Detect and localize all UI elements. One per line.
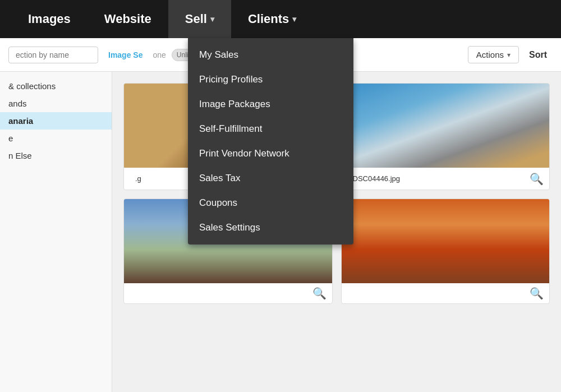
top-navigation: Images Website Sell ▾ Clients ▾ [0, 0, 561, 38]
actions-label: Actions [476, 50, 504, 59]
gallery-label-3 [347, 290, 358, 297]
dropdown-print-vendor-network[interactable]: Print Vendor Network [188, 141, 353, 166]
sidebar-e-label: e [8, 133, 13, 143]
dropdown-self-fulfillment[interactable]: Self-Fulfillment [188, 117, 353, 141]
gallery-label-0: .g [130, 171, 147, 186]
tab-separator: one [153, 50, 165, 59]
sell-dropdown-arrow: ▾ [210, 15, 214, 24]
sell-dropdown-menu: My Sales Pricing Profiles Image Packages… [188, 38, 353, 245]
search-icon-3[interactable]: 🔍 [530, 287, 544, 300]
gallery-image-3 [342, 199, 550, 283]
sidebar-item-collections[interactable]: & collections [0, 77, 112, 95]
clients-dropdown-arrow: ▾ [292, 15, 296, 24]
gallery-label-1: DSC04446.jpg [347, 171, 406, 186]
dropdown-pricing-profiles[interactable]: Pricing Profiles [188, 67, 353, 92]
search-icon-2[interactable]: 🔍 [312, 287, 327, 300]
sidebar-ands-label: ands [8, 99, 27, 108]
actions-arrow-icon: ▾ [507, 51, 511, 59]
actions-button[interactable]: Actions ▾ [468, 46, 519, 63]
sidebar-else-label: n Else [8, 151, 32, 160]
nav-clients-label: Clients [248, 12, 289, 26]
search-input[interactable] [8, 47, 98, 63]
dropdown-image-packages[interactable]: Image Packages [188, 92, 353, 117]
nav-website[interactable]: Website [88, 0, 168, 38]
sidebar-item-anaria[interactable]: anaria [0, 112, 112, 130]
dropdown-sales-tax[interactable]: Sales Tax [188, 166, 353, 191]
nav-images-label: Images [28, 12, 71, 26]
sort-label: Sort [529, 50, 547, 59]
nav-clients[interactable]: Clients ▾ [231, 0, 313, 38]
sidebar: & collections ands anaria e n Else [0, 72, 112, 392]
sidebar-anaria-label: anaria [8, 116, 33, 126]
sort-button[interactable]: Sort [523, 47, 553, 63]
sidebar-item-ands[interactable]: ands [0, 95, 112, 112]
nav-sell[interactable]: Sell ▾ [168, 0, 231, 38]
search-icon-1[interactable]: 🔍 [530, 172, 544, 186]
gallery-image-1 [342, 84, 550, 168]
toolbar-right-actions: Actions ▾ Sort [468, 46, 553, 63]
dropdown-coupons[interactable]: Coupons [188, 191, 353, 215]
sidebar-item-else[interactable]: n Else [0, 147, 112, 164]
image-selection-tab[interactable]: Image Se [104, 48, 147, 62]
dropdown-sales-settings[interactable]: Sales Settings [188, 215, 353, 240]
dropdown-my-sales[interactable]: My Sales [188, 43, 353, 67]
nav-website-label: Website [104, 12, 151, 26]
sidebar-collections-label: & collections [8, 81, 56, 91]
gallery-item-1: DSC04446.jpg 🔍 [341, 83, 550, 190]
sidebar-item-e[interactable]: e [0, 130, 112, 147]
nav-sell-label: Sell [185, 12, 207, 26]
nav-images[interactable]: Images [11, 0, 88, 38]
gallery-label-2 [130, 290, 141, 297]
gallery-item-3: 🔍 [341, 199, 550, 304]
